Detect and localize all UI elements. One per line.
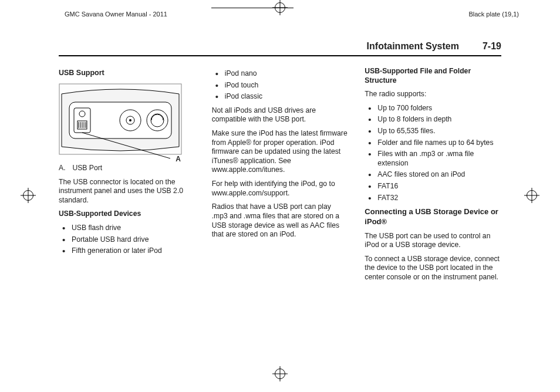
p-compat: Not all iPods and USB drives are compati… xyxy=(212,106,349,124)
column-1: USB Support xyxy=(59,67,195,287)
list-item: AAC files stored on an iPod xyxy=(365,170,501,180)
column-3: USB-Supported File and Folder Structure … xyxy=(365,67,501,287)
section-title: Infotainment System xyxy=(367,41,459,52)
running-header: Infotainment System 7-19 xyxy=(59,41,501,56)
manual-title: GMC Savana Owner Manual - 2011 xyxy=(65,11,167,18)
list-item: Portable USB hard drive xyxy=(59,235,195,245)
column-2: iPod nano iPod touch iPod classic Not al… xyxy=(212,67,349,287)
list-item: USB flash drive xyxy=(59,224,195,233)
p-help: For help with identifying the iPod, go t… xyxy=(212,180,349,198)
list-item: Files with an .mp3 or .wma file extensio… xyxy=(365,150,501,168)
svg-point-12 xyxy=(129,119,131,121)
p-radio-supports: The radio supports: xyxy=(365,90,501,99)
bottom-register-mark xyxy=(272,366,288,381)
list-ipods: iPod nano iPod touch iPod classic xyxy=(212,69,349,102)
p-port-use: The USB port can be used to control an i… xyxy=(365,232,501,250)
heading-file-structure: USB-Supported File and Folder Structure xyxy=(365,67,501,85)
list-item: Up to 8 folders in depth xyxy=(365,115,501,124)
usb-port-figure: A xyxy=(59,83,182,163)
p-radios: Radios that have a USB port can play .mp… xyxy=(212,202,349,239)
list-item: FAT16 xyxy=(365,182,501,191)
figure-legend: A. USB Port xyxy=(59,164,195,173)
list-structure: Up to 700 folders Up to 8 folders in dep… xyxy=(365,104,501,202)
page-body: Infotainment System 7-19 USB Support xyxy=(59,41,501,357)
list-item: iPod touch xyxy=(212,81,349,90)
right-register-mark xyxy=(524,188,539,203)
list-item: Folder and file names up to 64 bytes xyxy=(365,138,501,148)
list-item: FAT32 xyxy=(365,194,501,203)
list-item: Up to 65,535 files. xyxy=(365,127,501,136)
list-item: Fifth generation or later iPod xyxy=(59,246,195,256)
heading-supported-devices: USB-Supported Devices xyxy=(59,209,195,219)
top-register-mark xyxy=(245,0,315,15)
p-usb-connector: The USB connector is located on the inst… xyxy=(59,178,195,205)
list-item: Up to 700 folders xyxy=(365,104,501,113)
p-firmware: Make sure the iPod has the latest firmwa… xyxy=(212,129,349,175)
list-devices: USB flash drive Portable USB hard drive … xyxy=(59,224,195,256)
heading-usb-support: USB Support xyxy=(59,68,195,77)
heading-connecting: Connecting a USB Storage Device or iPod® xyxy=(365,207,501,227)
svg-point-14 xyxy=(151,114,164,127)
figure-callout-a: A xyxy=(176,155,181,164)
p-connect: To connect a USB storage device, connect… xyxy=(365,255,501,282)
list-item: iPod classic xyxy=(212,92,349,102)
left-register-mark xyxy=(21,188,36,203)
page-number: 7-19 xyxy=(483,41,501,52)
list-item: iPod nano xyxy=(212,69,349,79)
plate-label: Black plate (19,1) xyxy=(468,11,519,18)
